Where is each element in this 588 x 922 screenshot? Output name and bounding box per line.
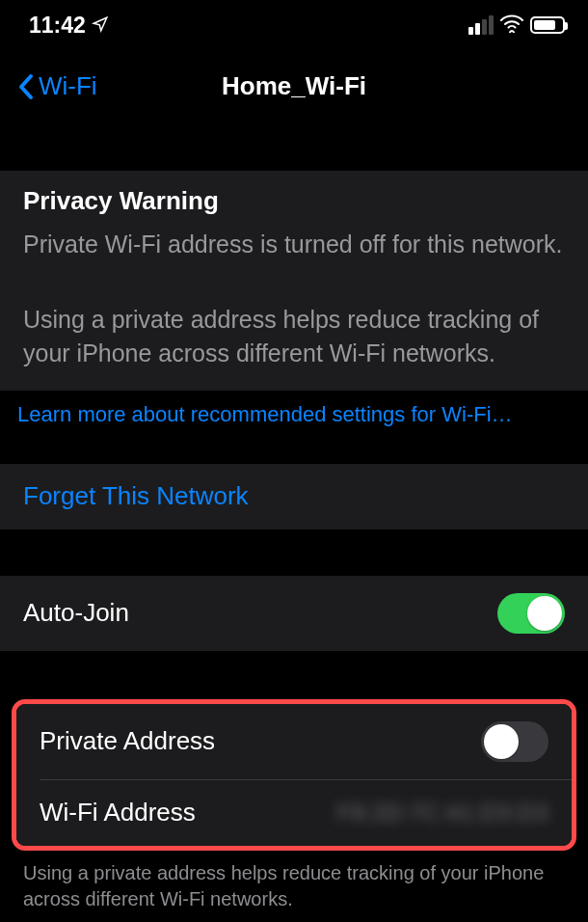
auto-join-row: Auto-Join <box>0 576 588 651</box>
auto-join-label: Auto-Join <box>23 598 129 628</box>
wifi-address-row: Wi-Fi Address F8:2D:7C:41:D3:D3 <box>16 780 572 846</box>
status-time: 11:42 <box>29 13 86 39</box>
battery-icon <box>530 16 565 34</box>
chevron-left-icon <box>17 73 35 100</box>
warning-title: Privacy Warning <box>23 186 565 216</box>
forget-network-label: Forget This Network <box>23 481 249 511</box>
private-address-row: Private Address <box>16 704 572 779</box>
back-label: Wi-Fi <box>39 71 97 101</box>
warning-text-1: Private Wi-Fi address is turned off for … <box>23 228 565 262</box>
back-button[interactable]: Wi-Fi <box>17 71 97 101</box>
private-address-toggle[interactable] <box>481 721 548 762</box>
wifi-address-value: F8:2D:7C:41:D3:D3 <box>337 800 548 827</box>
privacy-warning-card: Privacy Warning Private Wi-Fi address is… <box>0 171 588 391</box>
auto-join-toggle[interactable] <box>497 593 565 634</box>
cellular-signal-icon <box>468 15 494 35</box>
wifi-address-label: Wi-Fi Address <box>40 798 196 827</box>
warning-text-2: Using a private address helps reduce tra… <box>23 303 565 371</box>
wifi-icon <box>500 13 523 39</box>
footer-note: Using a private address helps reduce tra… <box>0 851 588 922</box>
location-icon <box>92 13 109 39</box>
forget-network-button[interactable]: Forget This Network <box>0 464 588 529</box>
learn-more-link[interactable]: Learn more about recommended settings fo… <box>0 391 588 441</box>
navigation-bar: Wi-Fi Home_Wi-Fi <box>0 46 588 122</box>
page-title: Home_Wi-Fi <box>222 71 366 101</box>
private-address-label: Private Address <box>40 726 215 756</box>
highlighted-section: Private Address Wi-Fi Address F8:2D:7C:4… <box>12 699 576 851</box>
status-bar: 11:42 <box>0 0 588 46</box>
